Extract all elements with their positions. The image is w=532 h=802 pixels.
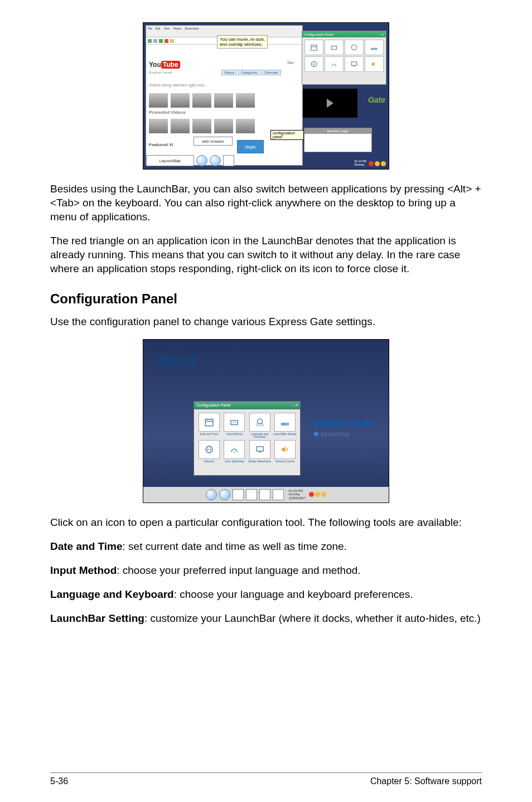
config-panel-grid xyxy=(302,37,386,74)
cfg-item-launchbar: LaunchBar Setting xyxy=(273,413,297,438)
tab-videos: Videos xyxy=(221,70,237,75)
menu-bookmarks: Bookmarks xyxy=(185,27,199,36)
cfg-label: Date and Time xyxy=(200,433,219,438)
svg-rect-24 xyxy=(257,446,263,451)
cfg-item-screen-res: Screen Resolution xyxy=(248,440,272,466)
tool-name: Date and Time xyxy=(50,540,123,552)
tool-name: Language and Keyboard xyxy=(50,588,174,600)
featured-label: Featured Vi xyxy=(149,142,173,147)
launchbar-app-icon xyxy=(196,155,207,166)
stop-icon xyxy=(165,39,168,43)
config-panel-window: Configuration Panel – × Date and Time In… xyxy=(194,401,301,476)
menu-edit: Edit xyxy=(156,27,161,36)
cfg-item-lang-keyboard: Language and Keyboard xyxy=(248,413,272,438)
tooltip-move-resize: You can move, re-size, and overlap windo… xyxy=(217,35,268,49)
svg-rect-2 xyxy=(331,46,336,50)
cfg-label: Network xyxy=(204,460,214,466)
svg-rect-7 xyxy=(353,66,355,66)
tool-name: Input Method xyxy=(50,564,117,576)
config-panel-grid: Date and Time Input Method Language and … xyxy=(194,409,300,469)
menu-places: Places xyxy=(173,27,181,36)
launchbar: LaunchBar 01:14 PM Monday xyxy=(146,153,386,166)
svg-rect-4 xyxy=(371,48,378,50)
promoted-label: Promoted Videos xyxy=(149,110,186,115)
cfg-label: Volume Control xyxy=(275,460,294,466)
status-dot-yellow xyxy=(375,161,380,166)
thumbnail-row-1 xyxy=(149,93,294,108)
launchbar-app-icon xyxy=(206,489,217,500)
cfg-network-icon xyxy=(304,56,323,72)
status-dot-yellow xyxy=(315,492,320,497)
svg-rect-9 xyxy=(205,419,213,426)
status-dot-yellow xyxy=(321,492,326,497)
callout-line1: configuration xyxy=(273,131,295,135)
forward-icon xyxy=(153,39,157,43)
launchbar-app-icon xyxy=(273,489,284,500)
cfg-label: Screen Resolution xyxy=(248,460,271,466)
star-icon: ✱ xyxy=(313,430,320,438)
cfg-date-time-icon xyxy=(304,40,323,55)
tool-name: LaunchBar Setting xyxy=(50,612,144,624)
svg-point-15 xyxy=(257,419,262,424)
cfg-lang-keyboard-icon xyxy=(345,40,364,55)
home-icon xyxy=(170,39,174,43)
paragraph-1: Besides using the LaunchBar, you can als… xyxy=(50,182,482,224)
svg-point-19 xyxy=(284,423,285,424)
play-icon xyxy=(327,99,333,108)
volume-icon xyxy=(274,440,296,459)
config-panel-title: Configuration Panel xyxy=(196,403,231,407)
status-icons xyxy=(369,161,386,166)
globe-keyboard-icon xyxy=(249,413,270,432)
express-gate-text: Express Gate xyxy=(313,418,374,429)
launchbar-app-icon xyxy=(246,489,257,500)
paragraph-2: The red triangle on an application icon … xyxy=(50,234,482,276)
gate-text: Gate xyxy=(368,95,385,104)
page-number: 5-36 xyxy=(50,776,68,786)
splashtop-label: splashtop xyxy=(321,431,350,437)
svg-point-23 xyxy=(234,451,235,452)
tab-channels: Channels xyxy=(261,70,280,75)
svg-point-3 xyxy=(351,45,356,50)
network-icon xyxy=(199,440,220,459)
broadcast-tagline: Broadcast Yourself xyxy=(149,71,172,74)
splashtop-text: ✱splashtop xyxy=(313,430,374,438)
cfg-item-input-method: Input Method xyxy=(223,413,246,438)
screenshot-configuration-panel: /SUS Configuration Panel – × Date and Ti… xyxy=(143,339,389,503)
cfg-label: LaunchBar Setting xyxy=(273,433,296,438)
cfg-splashtop-icon xyxy=(325,56,344,72)
launchbar-app-icon xyxy=(259,489,270,500)
status-icons xyxy=(309,492,326,497)
launchbar-icon xyxy=(274,413,296,432)
calendar-icon xyxy=(199,413,220,432)
tool-desc: : customize your LaunchBar (where it doc… xyxy=(144,612,481,624)
document-page: File Edit View Places Bookmarks You can … xyxy=(0,0,532,802)
tooltip-line1: You can move, re-size, xyxy=(220,37,265,42)
svg-rect-0 xyxy=(311,45,317,50)
heading-configuration-panel: Configuration Panel xyxy=(50,291,482,307)
tool-launchbar-setting: LaunchBar Setting: customize your Launch… xyxy=(50,611,482,625)
signup-link: Sign xyxy=(287,61,294,64)
callout-config-panel: configurationpanel xyxy=(270,130,304,147)
page-footer: 5-36 Chapter 5: Software support xyxy=(50,772,482,786)
cfg-item-splashtop: Asus Splashtop xyxy=(223,440,246,466)
cfg-input-method-icon xyxy=(325,40,344,55)
express-gate-branding: Express Gate ✱splashtop xyxy=(313,418,374,438)
cfg-label: Asus Splashtop xyxy=(225,460,244,466)
config-panel-close-icon: – × xyxy=(292,403,298,407)
tool-desc: : set current date and time as well as t… xyxy=(123,540,347,552)
cfg-volume-icon xyxy=(365,56,384,72)
youtube-logo: YouTube xyxy=(149,61,180,69)
back-icon xyxy=(148,39,152,43)
chapter-label: Chapter 5: Software support xyxy=(370,776,482,786)
tooltip-line2: and overlap windows. xyxy=(220,42,265,47)
clock-day: Sunday xyxy=(288,492,305,496)
reload-icon xyxy=(159,39,163,43)
tool-language-keyboard: Language and Keyboard: choose your langu… xyxy=(50,587,482,601)
tool-input-method: Input Method: choose your preferred inpu… xyxy=(50,563,482,577)
cfg-label: Language and Keyboard xyxy=(248,433,272,438)
monitor-icon xyxy=(249,440,270,459)
svg-point-18 xyxy=(282,423,283,424)
launchbar-app-icon xyxy=(233,489,244,500)
svg-marker-8 xyxy=(371,62,374,66)
config-panel-window: Configuration Panel – × xyxy=(302,31,386,85)
